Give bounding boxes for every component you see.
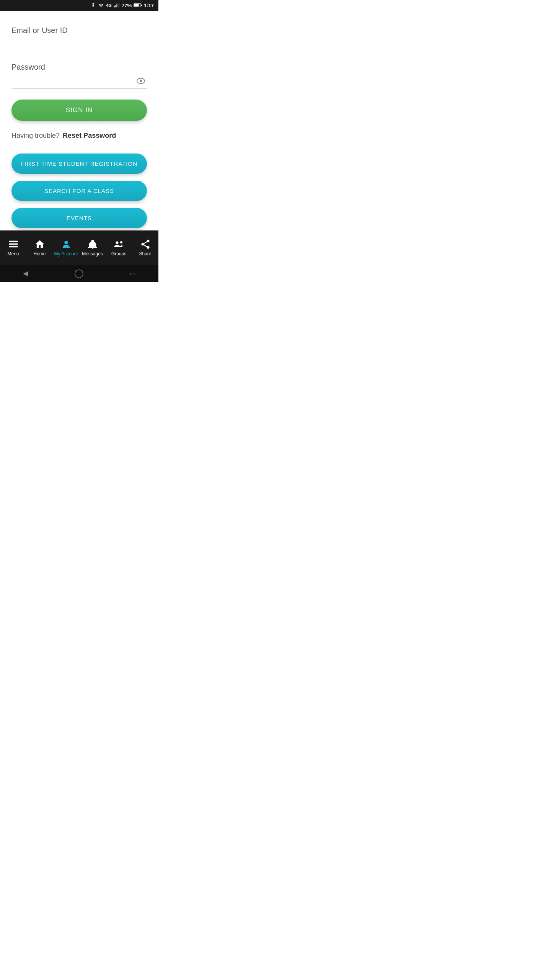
nav-item-share[interactable]: Share <box>132 239 158 256</box>
svg-rect-12 <box>9 246 18 248</box>
clock: 1:17 <box>144 3 154 8</box>
svg-rect-6 <box>134 4 139 7</box>
main-content: Email or User ID Password SIGN IN Having… <box>0 11 158 230</box>
nav-item-menu[interactable]: Menu <box>0 239 26 256</box>
home-icon <box>34 239 45 250</box>
svg-rect-3 <box>117 3 118 8</box>
status-icons: 4G 77% 1:17 <box>91 3 154 8</box>
nav-item-messages[interactable]: Messages <box>79 239 106 256</box>
nav-item-home[interactable]: Home <box>26 239 53 256</box>
toggle-password-icon[interactable] <box>136 78 145 87</box>
svg-rect-1 <box>115 5 116 7</box>
home-button[interactable]: ◯ <box>74 268 84 278</box>
svg-line-21 <box>144 242 147 244</box>
password-input-wrapper <box>11 75 147 89</box>
email-input[interactable] <box>11 39 147 52</box>
home-label: Home <box>33 251 46 256</box>
email-field-group: Email or User ID <box>11 26 147 52</box>
svg-line-20 <box>144 245 147 247</box>
signin-button[interactable]: SIGN IN <box>11 100 147 121</box>
email-input-wrapper <box>11 39 147 52</box>
svg-point-17 <box>147 240 149 242</box>
search-class-button[interactable]: SEARCH FOR A CLASS <box>11 181 147 201</box>
trouble-row: Having trouble? Reset Password <box>11 132 147 140</box>
registration-button[interactable]: FIRST TIME STUDENT REGISTRATION <box>11 154 147 174</box>
bell-icon <box>87 239 98 250</box>
svg-point-16 <box>120 241 122 243</box>
back-button[interactable]: ◀ <box>23 269 28 278</box>
svg-rect-11 <box>9 243 18 245</box>
network-type: 4G <box>106 3 112 8</box>
password-input[interactable] <box>11 75 147 88</box>
svg-point-19 <box>147 246 149 249</box>
android-nav: ◀ ◯ ▭ <box>0 265 158 282</box>
svg-point-14 <box>64 241 68 244</box>
account-icon <box>61 239 72 250</box>
svg-rect-7 <box>141 5 142 6</box>
email-label: Email or User ID <box>11 26 147 35</box>
svg-point-18 <box>141 243 144 246</box>
signal-icon <box>114 3 120 8</box>
svg-rect-4 <box>119 3 119 7</box>
messages-label: Messages <box>82 251 103 256</box>
reset-password-link[interactable]: Reset Password <box>63 132 116 140</box>
svg-point-15 <box>116 242 118 244</box>
bottom-nav: Menu Home My Account Messages Groups <box>0 230 158 265</box>
battery-percent: 77% <box>122 3 132 8</box>
share-label: Share <box>139 251 151 256</box>
status-bar: 4G 77% 1:17 <box>0 0 158 11</box>
menu-icon <box>8 239 19 250</box>
battery-icon <box>134 3 142 8</box>
recents-button[interactable]: ▭ <box>130 270 135 277</box>
groups-label: Groups <box>111 251 126 256</box>
menu-label: Menu <box>7 251 19 256</box>
bluetooth-icon <box>91 3 96 8</box>
groups-icon <box>114 239 124 250</box>
password-field-group: Password <box>11 63 147 89</box>
password-label: Password <box>11 63 147 72</box>
share-icon <box>140 239 151 250</box>
events-button[interactable]: EVENTS <box>11 208 147 228</box>
account-label: My Account <box>54 251 78 256</box>
svg-rect-2 <box>116 4 117 7</box>
nav-item-groups[interactable]: Groups <box>106 239 132 256</box>
trouble-text: Having trouble? <box>11 132 60 140</box>
svg-rect-0 <box>114 6 115 8</box>
nav-item-account[interactable]: My Account <box>53 239 79 256</box>
svg-point-9 <box>140 80 142 82</box>
wifi-icon <box>98 3 104 8</box>
